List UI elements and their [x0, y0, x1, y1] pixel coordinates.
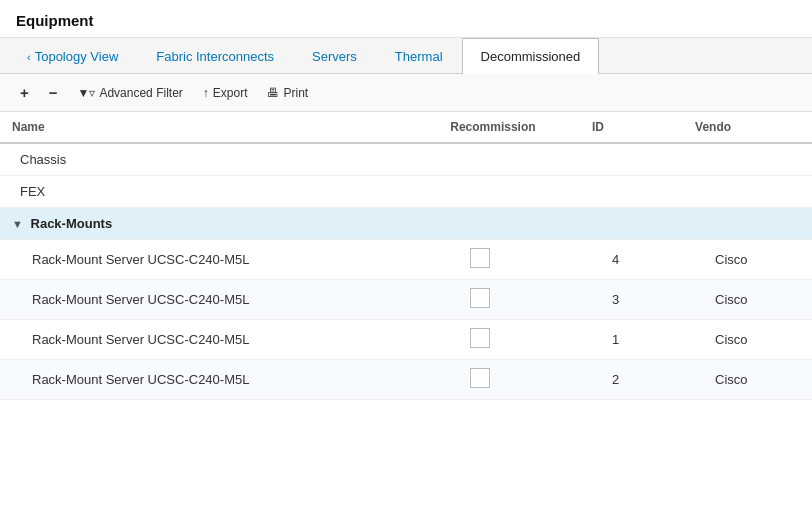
tab-thermal[interactable]: Thermal — [376, 38, 462, 74]
table-row[interactable]: Rack-Mount Server UCSC-C240-M5L 2 Cisco — [0, 360, 812, 400]
row-id-3: 1 — [580, 320, 683, 360]
tab-thermal-label: Thermal — [395, 49, 443, 64]
page-header: Equipment — [0, 0, 812, 38]
row-name-3: Rack-Mount Server UCSC-C240-M5L — [0, 320, 438, 360]
col-header-id: ID — [580, 112, 683, 143]
filter-label: Advanced Filter — [99, 86, 182, 100]
row-recommission-4[interactable] — [438, 360, 580, 400]
tab-fabric-label: Fabric Interconnects — [156, 49, 274, 64]
tab-topology[interactable]: ‹ Topology View — [8, 38, 137, 74]
tab-fabric[interactable]: Fabric Interconnects — [137, 38, 293, 74]
chevron-left-icon: ‹ — [27, 51, 31, 63]
row-name-4: Rack-Mount Server UCSC-C240-M5L — [0, 360, 438, 400]
table-row[interactable]: Rack-Mount Server UCSC-C240-M5L 3 Cisco — [0, 280, 812, 320]
row-chassis[interactable]: Chassis — [0, 143, 812, 176]
print-button[interactable]: 🖶 Print — [259, 82, 316, 104]
export-button[interactable]: ↑ Export — [195, 82, 256, 104]
export-label: Export — [213, 86, 248, 100]
main-table-container: Name Recommission ID Vendo Chassis — [0, 112, 812, 400]
recommission-checkbox-1[interactable] — [470, 248, 490, 268]
table-row[interactable]: Rack-Mount Server UCSC-C240-M5L 1 Cisco — [0, 320, 812, 360]
tabs-bar: ‹ Topology View Fabric Interconnects Ser… — [0, 38, 812, 74]
row-vendor-2: Cisco — [683, 280, 812, 320]
main-table: Name Recommission ID Vendo Chassis — [0, 112, 812, 400]
table-header-row: Name Recommission ID Vendo — [0, 112, 812, 143]
advanced-filter-button[interactable]: ▼▿ Advanced Filter — [70, 82, 191, 104]
recommission-checkbox-4[interactable] — [470, 368, 490, 388]
filter-icon: ▼▿ — [78, 86, 96, 100]
page-title: Equipment — [16, 12, 94, 29]
tab-decommissioned-label: Decommissioned — [481, 49, 581, 64]
col-header-name: Name — [0, 112, 438, 143]
fex-name: FEX — [0, 176, 438, 208]
toolbar: + − ▼▿ Advanced Filter ↑ Export 🖶 Print — [0, 74, 812, 112]
tab-topology-label: Topology View — [35, 49, 119, 64]
row-vendor-3: Cisco — [683, 320, 812, 360]
row-recommission-1[interactable] — [438, 240, 580, 280]
expand-icon: ▼ — [12, 218, 23, 230]
chassis-name: Chassis — [0, 143, 438, 176]
remove-icon: − — [49, 84, 58, 101]
row-id-4: 2 — [580, 360, 683, 400]
tab-decommissioned[interactable]: Decommissioned — [462, 38, 600, 74]
row-name-1: Rack-Mount Server UCSC-C240-M5L — [0, 240, 438, 280]
add-button[interactable]: + — [12, 80, 37, 105]
row-name-2: Rack-Mount Server UCSC-C240-M5L — [0, 280, 438, 320]
row-id-2: 3 — [580, 280, 683, 320]
recommission-checkbox-3[interactable] — [470, 328, 490, 348]
export-icon: ↑ — [203, 86, 209, 100]
rack-mounts-name: ▼ Rack-Mounts — [0, 208, 438, 240]
col-header-vendor: Vendo — [683, 112, 812, 143]
print-label: Print — [283, 86, 308, 100]
add-icon: + — [20, 84, 29, 101]
row-rack-mounts-header[interactable]: ▼ Rack-Mounts — [0, 208, 812, 240]
print-icon: 🖶 — [267, 86, 279, 100]
table-row[interactable]: Rack-Mount Server UCSC-C240-M5L 4 Cisco — [0, 240, 812, 280]
row-recommission-3[interactable] — [438, 320, 580, 360]
remove-button[interactable]: − — [41, 80, 66, 105]
row-vendor-4: Cisco — [683, 360, 812, 400]
row-vendor-1: Cisco — [683, 240, 812, 280]
col-header-recommission: Recommission — [438, 112, 580, 143]
recommission-checkbox-2[interactable] — [470, 288, 490, 308]
row-fex[interactable]: FEX — [0, 176, 812, 208]
tab-servers[interactable]: Servers — [293, 38, 376, 74]
tab-servers-label: Servers — [312, 49, 357, 64]
row-id-1: 4 — [580, 240, 683, 280]
row-recommission-2[interactable] — [438, 280, 580, 320]
